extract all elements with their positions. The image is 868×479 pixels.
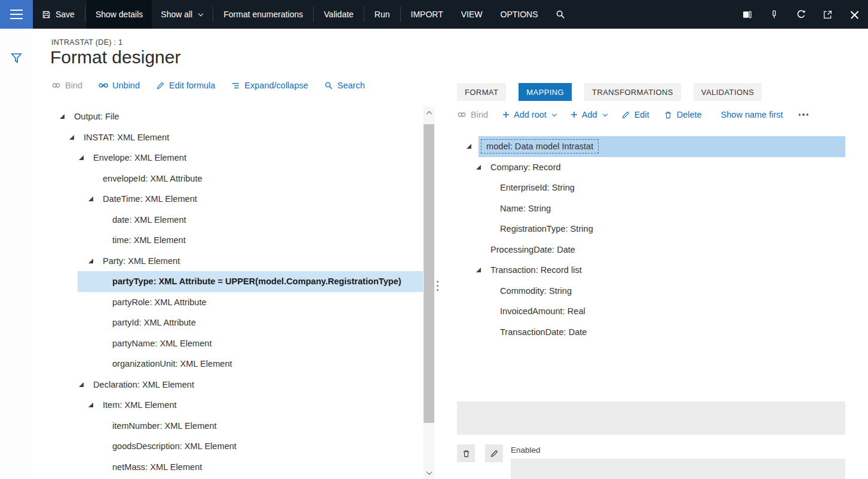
side-panel-button[interactable] — [734, 0, 760, 29]
trash-icon — [664, 110, 673, 119]
expand-toggle-icon[interactable] — [79, 382, 93, 387]
mapping-tree-item[interactable]: ProcessingDate: Date — [457, 240, 845, 260]
format-tree-item[interactable]: netMass: XML Element — [51, 457, 423, 478]
format-tree-item-selected[interactable]: partyType: XML Attribute = UPPER(model.C… — [51, 271, 423, 292]
expand-toggle-icon[interactable] — [69, 135, 84, 140]
mapping-bind-button[interactable]: Bind — [457, 110, 488, 119]
pin-button[interactable] — [760, 0, 787, 29]
plus-icon — [571, 111, 578, 118]
format-tree-item[interactable]: DateTime: XML Element — [51, 189, 423, 210]
unbind-button[interactable]: Unbind — [99, 81, 140, 90]
expand-toggle-icon[interactable] — [88, 403, 103, 407]
search-button[interactable] — [547, 0, 574, 29]
edit-formula-button[interactable]: Edit formula — [156, 81, 215, 90]
expand-toggle-icon[interactable] — [88, 196, 103, 201]
edit-button[interactable]: Edit — [621, 110, 649, 119]
mapping-tree-item[interactable]: Transaction: Record list — [457, 260, 845, 281]
mapping-tree-item[interactable]: TransactionDate: Date — [457, 322, 845, 343]
scrollbar-thumb[interactable] — [424, 124, 434, 423]
tree-item-label: organizationUnit: XML Element — [112, 359, 232, 369]
tree-item-label: TransactionDate: Date — [500, 327, 587, 337]
close-button[interactable] — [841, 0, 868, 29]
mapping-tree-item[interactable]: EnterpriseId: String — [457, 177, 845, 198]
enabled-field-input[interactable] — [511, 459, 845, 479]
tree-item-label: time: XML Element — [112, 235, 186, 245]
delete-detail-button[interactable] — [457, 444, 475, 462]
tab-transformations[interactable]: TRANSFORMATIONS — [584, 83, 681, 101]
tab-mapping[interactable]: MAPPING — [519, 83, 572, 101]
expand-toggle-icon[interactable] — [476, 165, 490, 170]
format-tree-item[interactable]: goodsDescription: XML Element — [51, 436, 423, 457]
mapping-tree-item[interactable]: Company: Record — [457, 157, 845, 178]
format-tree-item[interactable]: Envelope: XML Element — [51, 148, 423, 168]
tree-item-label: Declaration: XML Element — [93, 380, 194, 389]
refresh-button[interactable] — [787, 0, 814, 29]
format-tree-item[interactable]: partyName: XML Element — [51, 333, 423, 354]
open-in-new-window-button[interactable] — [814, 0, 841, 29]
hamburger-menu-button[interactable] — [0, 0, 33, 29]
scrollbar-track[interactable] — [424, 119, 434, 466]
expand-toggle-icon[interactable] — [60, 114, 74, 119]
format-tree-item[interactable]: date: XML Element — [51, 210, 423, 231]
format-tree-item[interactable]: partyId: XML Attribute — [51, 312, 423, 333]
import-menu[interactable]: IMPORT — [402, 0, 452, 29]
add-dropdown[interactable]: Add — [571, 110, 607, 119]
show-name-first-button[interactable]: Show name first — [721, 110, 783, 119]
tree-item-label: netMass: XML Element — [112, 462, 202, 472]
format-tree-item[interactable]: Item: XML Element — [51, 395, 423, 416]
expand-toggle-icon[interactable] — [79, 155, 93, 160]
format-tree-item[interactable]: time: XML Element — [51, 230, 423, 251]
bind-button[interactable]: Bind — [51, 81, 82, 90]
delete-button[interactable]: Delete — [664, 110, 702, 119]
mapping-tree-item[interactable]: InvoicedAmount: Real — [457, 301, 845, 322]
show-details-button[interactable]: Show details — [87, 0, 152, 29]
tree-item-label: INSTAT: XML Element — [84, 133, 169, 142]
view-menu[interactable]: VIEW — [452, 0, 492, 29]
chevron-down-icon — [198, 11, 203, 16]
tab-format[interactable]: FORMAT — [457, 83, 506, 101]
mapping-tree-item[interactable]: Commodity: String — [457, 281, 845, 302]
expand-toggle-icon[interactable] — [476, 268, 490, 272]
expand-toggle-icon[interactable] — [88, 259, 103, 263]
format-designer-toolbar: Bind Unbind Edit formula Expand/collapse — [51, 81, 365, 90]
enabled-field-label: Enabled — [511, 446, 541, 455]
more-options-button[interactable] — [798, 111, 810, 118]
pin-icon — [769, 10, 779, 19]
scroll-up-button[interactable] — [424, 106, 434, 119]
pencil-icon — [156, 81, 165, 90]
mapping-tree-item[interactable]: RegistrationType: String — [457, 219, 845, 240]
validate-button[interactable]: Validate — [315, 0, 363, 29]
add-root-dropdown[interactable]: Add root — [502, 110, 556, 119]
options-menu[interactable]: OPTIONS — [492, 0, 547, 29]
mapping-tree-item[interactable]: Name: String — [457, 198, 845, 219]
panel-splitter-handle[interactable] — [437, 280, 438, 292]
tree-item-label: ProcessingDate: Date — [490, 245, 575, 254]
filter-funnel-button[interactable] — [11, 53, 22, 64]
tree-item-label: Output: File — [74, 112, 119, 121]
mapping-toolbar: Bind Add root Add Edit Delete Show nam — [457, 110, 809, 119]
show-all-dropdown[interactable]: Show all — [152, 0, 211, 29]
binding-detail-field[interactable] — [457, 401, 845, 435]
mapping-tree-item-selected[interactable]: model: Data model Intrastat — [457, 136, 845, 157]
format-tree-item[interactable]: Declaration: XML Element — [51, 374, 423, 395]
tab-validations[interactable]: VALIDATIONS — [694, 83, 762, 101]
format-tree-item[interactable]: Output: File — [51, 106, 423, 127]
expand-collapse-button[interactable]: Expand/collapse — [231, 81, 308, 90]
toolbar-divider — [313, 7, 314, 22]
edit-formula-label: Edit formula — [169, 81, 215, 90]
format-tree-scrollbar[interactable] — [424, 106, 434, 479]
expand-toggle-icon[interactable] — [467, 144, 481, 149]
format-tree-item[interactable]: organizationUnit: XML Element — [51, 354, 423, 374]
save-button[interactable]: Save — [33, 0, 84, 29]
edit-detail-button[interactable] — [485, 444, 503, 462]
format-tree-item[interactable]: partyRole: XML Attribute — [51, 292, 423, 313]
run-button[interactable]: Run — [366, 0, 399, 29]
format-tree-item[interactable]: INSTAT: XML Element — [51, 127, 423, 148]
format-tree-item[interactable]: Party: XML Element — [51, 251, 423, 272]
format-tree-item[interactable]: envelopeId: XML Attribute — [51, 168, 423, 189]
format-tree-item[interactable]: itemNumber: XML Element — [51, 416, 423, 437]
scroll-down-button[interactable] — [424, 466, 434, 479]
save-icon — [42, 10, 51, 19]
tree-search-button[interactable]: Search — [324, 81, 365, 90]
format-enumerations-button[interactable]: Format enumerations — [214, 0, 312, 29]
